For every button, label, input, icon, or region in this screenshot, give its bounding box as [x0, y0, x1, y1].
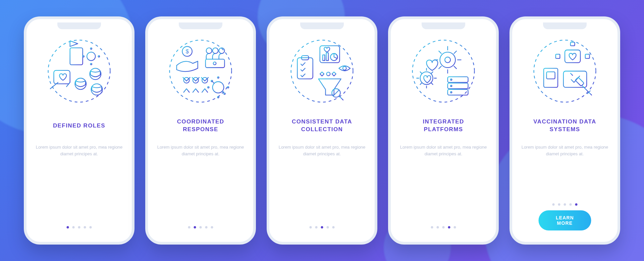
svg-point-14 — [90, 68, 101, 80]
page-dots — [431, 226, 456, 228]
svg-point-61 — [440, 52, 455, 67]
onboarding-screen-4: INTEGRATED PLATFORMS Lorem ipsum dolor s… — [388, 16, 499, 245]
dot-1[interactable] — [552, 203, 555, 206]
svg-point-35 — [208, 87, 209, 88]
screen-description: Lorem ipsum dolor sit amet pro, mea regi… — [36, 144, 123, 157]
dot-5[interactable] — [90, 226, 92, 228]
dot-1[interactable] — [431, 226, 433, 228]
page-dots — [552, 203, 578, 206]
screen-title: CONSISTENT DATA COLLECTION — [292, 118, 352, 134]
svg-line-91 — [589, 92, 591, 95]
dot-4[interactable] — [327, 226, 329, 228]
dot-1[interactable] — [67, 226, 69, 228]
onboarding-stage: DEFINED ROLES Lorem ipsum dolor sit amet… — [0, 0, 644, 261]
dot-4[interactable] — [448, 226, 450, 228]
screen-description: Lorem ipsum dolor sit amet pro, mea regi… — [278, 144, 366, 157]
phone-notch — [179, 22, 222, 29]
phone-notch — [543, 22, 587, 29]
svg-point-18 — [170, 40, 232, 102]
onboarding-screen-2: $ — [145, 16, 256, 245]
onboarding-screen-3: CONSISTENT DATA COLLECTION Lorem ipsum d… — [267, 16, 377, 245]
dot-3[interactable] — [442, 226, 445, 228]
screen-title: COORDINATED RESPONSE — [177, 118, 224, 134]
dot-2[interactable] — [72, 226, 75, 228]
svg-point-39 — [211, 80, 213, 82]
svg-line-93 — [571, 73, 573, 75]
svg-point-22 — [213, 48, 218, 54]
svg-rect-54 — [320, 72, 324, 76]
svg-point-16 — [91, 84, 103, 95]
svg-point-62 — [445, 57, 450, 63]
screen-title: DEFINED ROLES — [53, 118, 105, 134]
svg-rect-86 — [564, 71, 587, 87]
svg-point-29 — [213, 82, 224, 93]
svg-point-55 — [327, 72, 330, 76]
dot-2[interactable] — [558, 203, 560, 206]
svg-point-42 — [291, 40, 353, 102]
learn-more-button[interactable]: LEARN MORE — [539, 210, 591, 230]
dot-5[interactable] — [211, 226, 213, 228]
svg-point-7 — [91, 48, 92, 49]
svg-rect-50 — [323, 55, 325, 61]
dot-1[interactable] — [188, 226, 191, 228]
consistent-data-collection-icon — [287, 36, 357, 106]
svg-point-28 — [202, 77, 208, 83]
svg-rect-56 — [332, 72, 336, 76]
svg-rect-17 — [54, 70, 70, 84]
svg-rect-74 — [565, 50, 580, 63]
screen-title: INTEGRATED PLATFORMS — [423, 118, 464, 134]
onboarding-screen-5: VACCINATION DATA SYSTEMS Lorem ipsum dol… — [509, 16, 620, 245]
screen-description: Lorem ipsum dolor sit amet pro, mea regi… — [400, 144, 487, 157]
svg-rect-76 — [571, 42, 575, 46]
svg-rect-1 — [70, 48, 83, 65]
svg-point-68 — [450, 85, 452, 87]
svg-rect-80 — [585, 54, 590, 59]
dot-3[interactable] — [321, 226, 323, 228]
dot-5[interactable] — [575, 203, 578, 206]
dot-2[interactable] — [315, 226, 318, 228]
svg-point-41 — [224, 93, 225, 94]
screen-description: Lorem ipsum dolor sit amet pro, mea regi… — [521, 144, 608, 157]
svg-point-31 — [217, 77, 219, 78]
dot-3[interactable] — [78, 226, 80, 228]
dot-4[interactable] — [205, 226, 208, 228]
svg-point-11 — [83, 56, 84, 57]
svg-rect-83 — [546, 72, 555, 79]
svg-point-53 — [343, 66, 346, 70]
svg-point-21 — [206, 48, 212, 54]
svg-point-9 — [91, 63, 92, 65]
dot-3[interactable] — [200, 226, 202, 228]
screen-title: VACCINATION DATA SYSTEMS — [533, 118, 596, 134]
dot-5[interactable] — [454, 226, 456, 228]
phone-notch — [422, 22, 465, 29]
svg-rect-90 — [575, 77, 584, 86]
page-dots — [310, 226, 335, 228]
svg-point-27 — [193, 77, 199, 83]
integrated-platforms-icon — [408, 36, 479, 106]
svg-point-60 — [413, 40, 475, 102]
svg-text:$: $ — [185, 49, 189, 55]
svg-rect-78 — [556, 54, 560, 59]
svg-point-26 — [184, 77, 190, 83]
svg-point-33 — [217, 97, 219, 98]
svg-point-5 — [87, 52, 95, 60]
coordinated-response-icon: $ — [165, 36, 236, 106]
dot-2[interactable] — [437, 226, 439, 228]
svg-point-67 — [450, 79, 452, 80]
dot-4[interactable] — [570, 203, 572, 206]
page-dots — [67, 226, 92, 228]
dot-1[interactable] — [310, 226, 312, 228]
svg-point-37 — [227, 87, 229, 88]
dot-5[interactable] — [332, 226, 335, 228]
svg-line-38 — [213, 82, 214, 83]
page-dots — [188, 226, 213, 228]
svg-rect-51 — [326, 53, 328, 60]
dot-2[interactable] — [194, 226, 196, 228]
svg-point-13 — [98, 56, 100, 57]
svg-line-58 — [339, 96, 343, 100]
defined-roles-icon — [44, 36, 114, 106]
dot-3[interactable] — [564, 203, 566, 206]
dot-4[interactable] — [84, 226, 86, 228]
svg-point-15 — [75, 78, 86, 90]
phone-notch — [300, 22, 344, 29]
